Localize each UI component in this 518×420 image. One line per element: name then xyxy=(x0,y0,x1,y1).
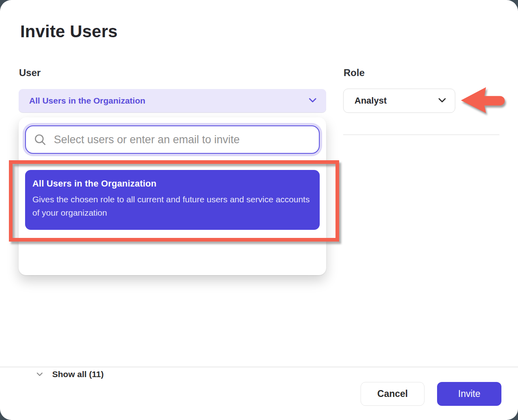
page-title: Invite Users xyxy=(20,22,118,41)
cancel-button[interactable]: Cancel xyxy=(361,382,425,406)
chevron-down-icon xyxy=(309,97,316,104)
invite-button[interactable]: Invite xyxy=(437,382,501,406)
invite-users-dialog: Invite Users User Role All Users in the … xyxy=(0,0,518,420)
chevron-down-icon xyxy=(438,97,446,104)
option-description: Gives the chosen role to all current and… xyxy=(32,193,312,219)
red-arrow-annotation xyxy=(460,83,507,116)
form-divider xyxy=(343,134,499,135)
user-search-box[interactable] xyxy=(25,125,320,154)
footer-divider xyxy=(0,367,518,367)
option-title: All Users in the Organization xyxy=(32,178,312,189)
user-dropdown-panel: All Users in the Organization Gives the … xyxy=(19,117,326,275)
role-select[interactable]: Analyst xyxy=(343,89,455,113)
role-select-value: Analyst xyxy=(355,95,438,106)
chevron-down-icon xyxy=(36,372,43,376)
role-field-label: Role xyxy=(344,67,365,78)
show-all-toggle[interactable]: Show all (11) xyxy=(25,365,320,383)
option-all-users[interactable]: All Users in the Organization Gives the … xyxy=(25,170,320,230)
user-select-value: All Users in the Organization xyxy=(29,96,309,106)
search-icon xyxy=(34,134,47,146)
show-all-label: Show all (11) xyxy=(52,369,104,379)
user-select[interactable]: All Users in the Organization xyxy=(19,89,326,112)
user-field-label: User xyxy=(19,67,40,78)
user-search-input[interactable] xyxy=(53,133,311,146)
